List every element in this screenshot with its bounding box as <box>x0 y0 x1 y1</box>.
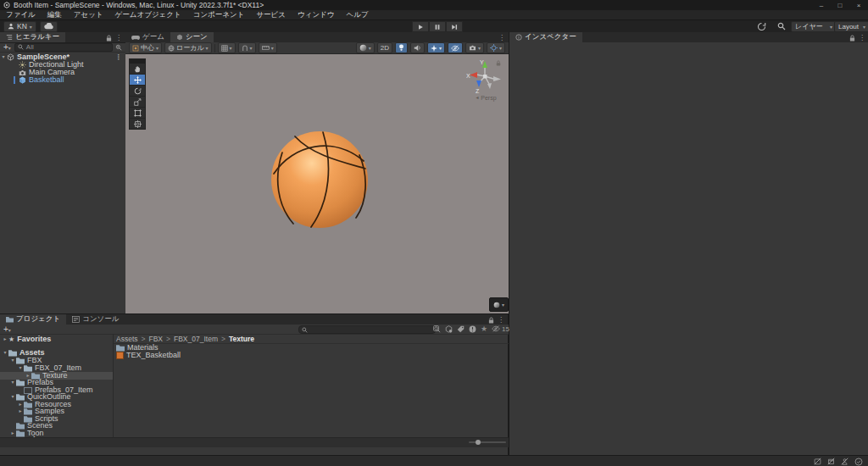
project-tree-item-scenes[interactable]: Scenes <box>0 422 113 430</box>
view-options-overlay-button[interactable]: ▾ <box>489 297 509 312</box>
chevron-right-icon[interactable]: ▸ <box>2 336 8 343</box>
saved-search-icon[interactable] <box>115 44 122 51</box>
audio-toggle[interactable] <box>410 42 425 53</box>
search-icon[interactable] <box>777 22 786 31</box>
snap-toggle-dropdown[interactable]: ▾ <box>238 42 256 53</box>
status-disabled-icon-2[interactable] <box>827 458 835 465</box>
folder-open-icon <box>24 365 32 372</box>
tab-console[interactable]: コンソール <box>66 314 125 325</box>
view-hand-tool-button[interactable] <box>130 64 145 75</box>
rotate-tool-button[interactable] <box>130 86 145 97</box>
chevron-down-icon[interactable]: ▾ <box>9 357 16 364</box>
chevron-down-icon[interactable]: ▾ <box>0 53 7 61</box>
tool-handle-position-dropdown[interactable]: 中心 ▾ <box>129 42 162 53</box>
scale-tool-button[interactable] <box>130 97 145 108</box>
status-disabled-icon-3[interactable] <box>841 458 849 465</box>
snap-increment-dropdown[interactable]: ▾ <box>259 42 277 53</box>
chevron-down-icon[interactable]: ▾ <box>9 379 16 386</box>
project-search-input[interactable] <box>298 325 436 334</box>
2d-toggle[interactable]: 2D <box>377 42 392 53</box>
layers-dropdown[interactable]: レイヤー ▾ <box>791 21 837 32</box>
breadcrumb-texture[interactable]: Texture <box>229 335 254 343</box>
breadcrumb-fbx[interactable]: FBX <box>148 335 163 343</box>
chevron-right-icon[interactable]: ▸ <box>17 408 24 415</box>
gizmos-dropdown-toggle[interactable]: ▾ <box>487 42 505 53</box>
hierarchy-search-input[interactable]: All <box>14 43 113 52</box>
scene-viewport[interactable]: Y X Z ◄ Persp ▾ <box>125 54 509 313</box>
slider-thumb[interactable] <box>476 440 481 445</box>
lightbulb-icon <box>398 44 404 52</box>
rect-tool-button[interactable] <box>130 108 145 119</box>
status-disabled-icon-1[interactable] <box>814 458 821 465</box>
menu-window[interactable]: ウィンドウ <box>292 10 341 19</box>
create-object-button[interactable]: +▾ <box>3 42 11 52</box>
menu-component[interactable]: コンポーネント <box>187 10 251 19</box>
maximize-button[interactable]: □ <box>831 0 849 10</box>
progress-check-icon[interactable] <box>854 458 863 466</box>
breadcrumb-fbx-07-item[interactable]: FBX_07_Item <box>174 335 218 343</box>
menu-services[interactable]: サービス <box>250 10 292 19</box>
lock-icon[interactable] <box>488 317 494 324</box>
hierarchy-item-basketball[interactable]: Basketball <box>0 76 144 84</box>
transform-tool-button[interactable] <box>130 119 145 129</box>
chevron-down-icon: ▾ <box>478 45 481 51</box>
camera-settings-dropdown[interactable]: ▾ <box>465 42 484 53</box>
chevron-down-icon[interactable]: ▾ <box>9 393 16 401</box>
kebab-menu-icon[interactable]: ⋮ <box>115 53 122 62</box>
minimize-button[interactable]: – <box>812 0 831 10</box>
basketball-object[interactable] <box>270 130 370 230</box>
scene-visibility-toggle[interactable] <box>448 42 463 53</box>
undo-history-icon[interactable] <box>757 22 766 31</box>
layout-dropdown[interactable]: Layout ▾ <box>834 21 868 32</box>
tool-handle-rotation-dropdown[interactable]: ローカル ▾ <box>164 42 212 53</box>
cloud-button[interactable] <box>40 21 58 32</box>
chevron-down-icon[interactable]: ▾ <box>17 364 24 372</box>
menu-assets[interactable]: アセット <box>68 10 109 19</box>
tab-project[interactable]: プロジェクト <box>0 314 66 325</box>
breadcrumb-assets[interactable]: Assets <box>116 335 138 343</box>
tab-scene[interactable]: シーン <box>170 32 214 42</box>
grid-visibility-dropdown[interactable]: ▾ <box>218 42 236 53</box>
effects-dropdown-toggle[interactable]: ▾ <box>427 42 445 53</box>
search-by-label-icon[interactable] <box>457 325 465 333</box>
project-tree-item-assets[interactable]: ▾ Assets <box>0 349 113 357</box>
step-button[interactable] <box>446 21 463 32</box>
projection-toggle[interactable]: ◄ Persp <box>466 95 505 101</box>
play-button[interactable] <box>412 21 429 32</box>
menu-help[interactable]: ヘルプ <box>341 10 375 19</box>
save-search-icon[interactable]: ★ <box>481 325 487 333</box>
account-button[interactable]: KN ▾ <box>3 21 36 32</box>
kebab-menu-icon[interactable]: ⋮ <box>498 34 505 42</box>
folder-icon <box>116 345 125 352</box>
menu-file[interactable]: ファイル <box>0 10 42 19</box>
menu-gameobject[interactable]: ゲームオブジェクト <box>109 10 187 19</box>
kebab-menu-icon[interactable]: ⋮ <box>498 316 504 325</box>
draw-mode-dropdown[interactable]: ▾ <box>356 42 375 53</box>
hierarchy-item-main-camera[interactable]: Main Camera <box>0 69 144 76</box>
asset-item-tex-basketball[interactable]: TEX_Basketball <box>114 352 283 359</box>
project-tree-item-favorites[interactable]: ▸ ★ Favorites <box>0 336 113 343</box>
menu-edit[interactable]: 編集 <box>42 10 68 19</box>
tab-hierarchy[interactable]: ヒエラルキー <box>0 32 65 42</box>
open-search-window-icon[interactable] <box>433 325 441 333</box>
rect-icon <box>134 109 142 117</box>
pause-button[interactable] <box>429 21 446 32</box>
lock-icon[interactable] <box>496 60 501 66</box>
import-log-icon[interactable] <box>469 325 476 333</box>
thumbnail-size-slider[interactable] <box>469 441 506 443</box>
search-by-type-icon[interactable] <box>445 325 453 333</box>
hidden-packages-toggle[interactable]: 15 <box>492 325 509 333</box>
chevron-down-icon[interactable]: ▾ <box>2 349 8 357</box>
kebab-menu-icon[interactable]: ⋮ <box>859 34 865 42</box>
move-tool-button[interactable] <box>130 75 145 86</box>
tab-inspector[interactable]: インスペクター <box>509 32 582 42</box>
lock-icon[interactable] <box>849 35 855 42</box>
lighting-toggle[interactable] <box>395 42 408 53</box>
tab-game[interactable]: ゲーム <box>125 32 170 42</box>
move-icon <box>134 76 142 84</box>
kebab-menu-icon[interactable]: ⋮ <box>115 34 122 42</box>
lock-icon[interactable] <box>106 35 112 42</box>
close-button[interactable]: × <box>849 0 868 10</box>
create-asset-button[interactable]: +▾ <box>3 325 11 334</box>
unity-editor-window: Booth Item - SampleScene - Windows, Mac,… <box>0 0 868 466</box>
